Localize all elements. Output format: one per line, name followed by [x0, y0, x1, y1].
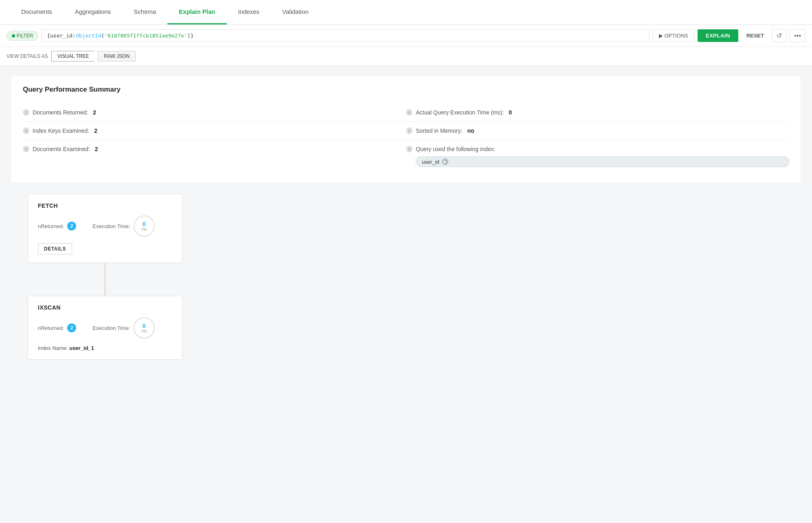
stage-fetch-stats: nReturned: 2 Execution Time: 0 ms	[38, 215, 172, 237]
stat-docs-returned: i Documents Returned: 2	[23, 103, 406, 121]
stage-connector	[105, 263, 105, 296]
options-label: ▶ OPTIONS	[659, 33, 688, 39]
stat-exec-time-value: 0	[509, 109, 512, 116]
main-content: Query Performance Summary i Documents Re…	[0, 66, 812, 523]
info-icon-docs-examined: i	[23, 146, 29, 152]
fetch-exec-time: Execution Time: 0 ms	[92, 215, 155, 237]
tab-validation[interactable]: Validation	[271, 0, 320, 24]
history-button[interactable]: ↺	[772, 29, 786, 42]
filter-input[interactable]: {user_id:ObjectId('618f865f1ffcb1851ae9e…	[42, 29, 649, 42]
index-used-label: Query used the following index:	[416, 146, 495, 152]
index-used-section: i Query used the following index: user_i…	[406, 140, 789, 173]
tab-indexes[interactable]: Indexes	[227, 0, 271, 24]
info-icon-index-used: i	[406, 146, 413, 152]
tab-explain-plan[interactable]: Explain Plan	[167, 0, 226, 24]
stage-ixscan-stats: nReturned: 2 Execution Time: 0 ms	[38, 317, 172, 338]
ixscan-exec-time-label: Execution Time:	[92, 325, 130, 331]
filter-text: {user_id:ObjectId('618f865f1ffcb1851ae9e…	[47, 33, 193, 39]
perf-grid: i Documents Returned: 2 i Index Keys Exa…	[23, 103, 789, 173]
perf-summary: Query Performance Summary i Documents Re…	[11, 76, 801, 182]
stage-card-ixscan: IXSCAN nReturned: 2 Execution Time: 0 ms…	[28, 296, 182, 360]
stage-fetch-title: FETCH	[38, 202, 172, 209]
ixscan-index-name-value: user_id_1	[69, 345, 94, 351]
ixscan-nreturned-label: nReturned:	[38, 325, 64, 331]
fetch-exec-time-circle: 0 ms	[134, 215, 155, 237]
options-button[interactable]: ▶ OPTIONS	[653, 29, 694, 42]
stat-docs-returned-label: Documents Returned:	[33, 109, 88, 116]
top-nav: Documents Aggregations Schema Explain Pl…	[0, 0, 812, 25]
index-arrow-icon: ▶	[442, 158, 448, 165]
info-icon-docs-returned: i	[23, 109, 29, 116]
fetch-details-button[interactable]: DETAILS	[38, 243, 72, 255]
ixscan-exec-time: Execution Time: 0 ms	[92, 317, 155, 338]
tab-documents[interactable]: Documents	[10, 0, 64, 24]
view-toggle-bar: VIEW DETAILS AS VISUAL TREE RAW JSON	[0, 47, 812, 66]
stages-area: FETCH nReturned: 2 Execution Time: 0 ms …	[11, 194, 801, 360]
info-icon-index-keys: i	[23, 127, 29, 134]
stat-index-keys: i Index Keys Examined: 2	[23, 121, 406, 140]
stat-docs-examined-value: 2	[95, 146, 98, 152]
fetch-nreturned-value: 2	[67, 222, 76, 231]
ixscan-nreturned: nReturned: 2	[38, 323, 76, 332]
index-badge-name: user_id	[422, 159, 439, 165]
fetch-nreturned: nReturned: 2	[38, 222, 76, 231]
filter-badge[interactable]: FILTER	[7, 31, 38, 41]
tab-aggregations[interactable]: Aggregations	[64, 0, 122, 24]
toggle-raw-json[interactable]: RAW JSON	[98, 51, 136, 62]
ixscan-exec-time-circle: 0 ms	[134, 317, 155, 338]
stat-sorted-memory: i Sorted in Memory: no	[406, 121, 789, 140]
fetch-exec-time-label: Execution Time:	[92, 223, 130, 229]
ixscan-exec-time-unit: ms	[141, 329, 147, 333]
index-used-header: i Query used the following index:	[406, 146, 789, 152]
index-badge[interactable]: user_id ▶	[416, 156, 789, 167]
stage-ixscan-title: IXSCAN	[38, 304, 172, 311]
filter-label: FILTER	[17, 33, 33, 39]
stat-index-keys-label: Index Keys Examined:	[33, 127, 89, 134]
perf-left: i Documents Returned: 2 i Index Keys Exa…	[23, 103, 406, 173]
filter-dot	[12, 34, 15, 37]
view-toggle-label: VIEW DETAILS AS	[7, 53, 48, 59]
ixscan-index-name-label: Index Name:	[38, 345, 68, 351]
stat-index-keys-value: 2	[94, 127, 97, 134]
reset-button[interactable]: RESET	[742, 29, 769, 42]
stat-docs-examined: i Documents Examined: 2	[23, 140, 406, 158]
stage-card-fetch: FETCH nReturned: 2 Execution Time: 0 ms …	[28, 194, 182, 263]
stat-sorted-memory-label: Sorted in Memory:	[416, 127, 462, 134]
tab-schema[interactable]: Schema	[122, 0, 167, 24]
stat-sorted-memory-value: no	[467, 127, 474, 134]
stat-exec-time-label: Actual Query Execution Time (ms):	[416, 109, 504, 116]
fetch-exec-time-value: 0	[143, 221, 146, 227]
stat-exec-time: i Actual Query Execution Time (ms): 0	[406, 103, 789, 121]
explain-button[interactable]: EXPLAIN	[698, 29, 738, 42]
perf-summary-title: Query Performance Summary	[23, 86, 789, 94]
info-icon-exec-time: i	[406, 109, 413, 116]
ixscan-exec-time-value: 0	[143, 323, 146, 329]
ixscan-nreturned-value: 2	[67, 323, 76, 332]
toolbar: FILTER {user_id:ObjectId('618f865f1ffcb1…	[0, 25, 812, 47]
toggle-visual-tree[interactable]: VISUAL TREE	[51, 51, 94, 62]
fetch-nreturned-label: nReturned:	[38, 223, 64, 229]
ixscan-index-name: Index Name: user_id_1	[38, 345, 172, 351]
more-button[interactable]: •••	[790, 29, 805, 42]
fetch-exec-time-unit: ms	[141, 227, 147, 231]
info-icon-sorted-memory: i	[406, 127, 413, 134]
stat-docs-returned-value: 2	[93, 109, 96, 116]
stat-docs-examined-label: Documents Examined:	[33, 146, 90, 152]
perf-right: i Actual Query Execution Time (ms): 0 i …	[406, 103, 789, 173]
